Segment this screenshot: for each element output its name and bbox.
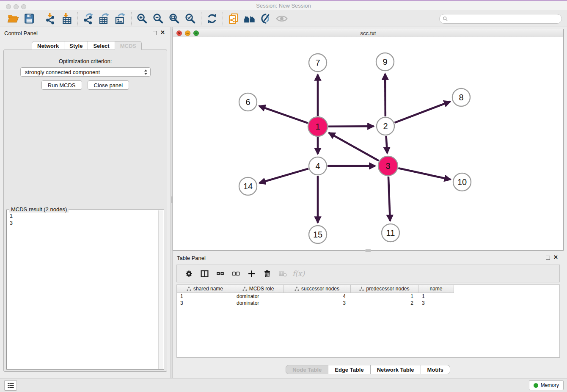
columns-icon[interactable] — [197, 266, 212, 281]
deselect-all-icon[interactable] — [228, 266, 244, 281]
search-icon — [443, 16, 448, 22]
column-header-shared-name[interactable]: shared name — [177, 285, 233, 293]
session-home-icon[interactable] — [242, 11, 258, 26]
graph-node-10[interactable]: 10 — [453, 173, 471, 191]
control-panel-header: Control Panel ✕ — [0, 27, 171, 38]
float-panel-icon[interactable] — [153, 31, 157, 35]
add-icon[interactable] — [244, 266, 259, 281]
close-panel-button[interactable]: Close panel — [88, 80, 129, 90]
graph-node-3[interactable]: 3 — [378, 156, 398, 176]
main-toolbar — [0, 10, 567, 27]
graph-node-8[interactable]: 8 — [452, 88, 470, 106]
table-row[interactable]: 3dominator323 — [177, 300, 559, 306]
import-table-icon[interactable] — [59, 11, 75, 26]
zoom-fit-icon[interactable] — [166, 11, 182, 26]
graph-node-4[interactable]: 4 — [309, 157, 327, 175]
mcds-result-line: 3 — [10, 220, 155, 227]
mcds-result-textarea[interactable]: 13 — [7, 212, 158, 369]
column-header-MCDS-role[interactable]: MCDS role — [233, 285, 284, 293]
node-table[interactable]: shared nameMCDS rolesuccessor nodesprede… — [176, 284, 560, 358]
table-cell: 1 — [418, 293, 454, 300]
graphics-details-icon[interactable] — [258, 11, 274, 26]
graph-node-14[interactable]: 14 — [239, 177, 257, 195]
tab-network[interactable]: Network — [32, 41, 64, 50]
table-cell: dominator — [233, 293, 284, 300]
node-label: 15 — [313, 230, 322, 239]
graph-node-6[interactable]: 6 — [239, 93, 257, 111]
table-row[interactable]: 1dominator411 — [177, 293, 559, 300]
search-input[interactable] — [448, 15, 561, 23]
graph-node-11[interactable]: 11 — [382, 224, 399, 242]
network-graph: 7968124314101511 — [173, 37, 563, 250]
close-panel-icon[interactable]: ✕ — [160, 29, 165, 36]
column-header-label: shared name — [193, 286, 223, 292]
tab-node-table[interactable]: Node Table — [286, 365, 328, 374]
network-canvas[interactable]: 7968124314101511 — [173, 37, 563, 250]
graph-node-1[interactable]: 1 — [308, 117, 328, 136]
table-panel-title: Table Panel — [177, 255, 206, 261]
node-label: 4 — [315, 161, 320, 171]
graph-edge-2-9[interactable] — [385, 74, 385, 116]
result-scrollbar[interactable] — [158, 210, 163, 369]
tab-mcds[interactable]: MCDS — [115, 41, 142, 50]
tab-edge-table[interactable]: Edge Table — [328, 365, 370, 374]
gear-icon[interactable] — [181, 266, 197, 281]
toolbar-separator — [40, 12, 40, 25]
task-history-button[interactable] — [4, 380, 17, 391]
toolbar-icons — [5, 11, 290, 26]
mcds-buttons-row: Run MCDS Close panel — [4, 80, 167, 90]
memory-button[interactable]: Memory — [529, 380, 564, 390]
export-image-icon[interactable] — [113, 11, 129, 26]
graph-node-2[interactable]: 2 — [377, 117, 394, 135]
toolbar-separator — [201, 12, 201, 25]
graph-edge-3-10[interactable] — [398, 168, 450, 179]
graph-node-9[interactable]: 9 — [376, 53, 394, 71]
graph-edge-3-11[interactable] — [388, 177, 390, 221]
column-header-successor-nodes[interactable]: successor nodes — [284, 285, 351, 293]
column-header-label: MCDS role — [249, 286, 274, 292]
graph-edge-3-1[interactable] — [329, 133, 379, 161]
graph-edge-1-2[interactable] — [328, 126, 374, 127]
table-cell: 3 — [177, 300, 233, 306]
import-network-icon[interactable] — [43, 11, 59, 26]
select-all-icon[interactable] — [212, 266, 228, 281]
table-tabs: Node TableEdge TableNetwork TableMotifs — [173, 365, 564, 374]
tab-select[interactable]: Select — [88, 41, 115, 50]
float-panel-icon[interactable] — [546, 256, 550, 260]
export-network-icon[interactable] — [80, 11, 96, 26]
zoom-in-icon[interactable] — [134, 11, 150, 26]
graph-edge-2-8[interactable] — [395, 102, 450, 123]
open-folder-icon[interactable] — [5, 11, 21, 26]
delete-icon[interactable] — [259, 266, 275, 281]
network-window-titlebar: ✕ ─ + scc.txt — [173, 29, 563, 37]
column-header-label: successor nodes — [301, 286, 339, 292]
table-toolbar: f(x) — [176, 265, 560, 282]
toolbar-separator — [223, 12, 223, 25]
table-cell: 3 — [284, 300, 351, 306]
optimization-criterion-dropdown[interactable]: strongly connected component — [20, 67, 151, 77]
table-cell: 3 — [418, 300, 454, 306]
mcds-tab-content: Optimization criterion: strongly connect… — [3, 50, 167, 372]
close-panel-icon[interactable]: ✕ — [553, 254, 558, 261]
zoom-out-icon[interactable] — [150, 11, 166, 26]
application-window: Session: New Session Control Panel ✕ Net… — [0, 0, 567, 392]
tab-style[interactable]: Style — [64, 41, 88, 50]
graph-edge-1-6[interactable] — [259, 106, 308, 123]
control-panel: Control Panel ✕ NetworkStyleSelectMCDS O… — [0, 27, 171, 378]
column-header-predecessor-nodes[interactable]: predecessor nodes — [351, 285, 418, 293]
save-session-icon[interactable] — [21, 11, 37, 26]
graph-node-7[interactable]: 7 — [309, 54, 327, 72]
apply-layout-icon[interactable] — [204, 11, 220, 26]
column-header-name[interactable]: name — [418, 285, 454, 293]
list-icon — [7, 381, 15, 389]
graph-node-15[interactable]: 15 — [309, 226, 327, 243]
zoom-selected-icon[interactable] — [182, 11, 198, 26]
clone-network-icon[interactable] — [226, 11, 242, 26]
tab-motifs[interactable]: Motifs — [421, 365, 450, 374]
graph-edge-2-3[interactable] — [386, 136, 388, 153]
export-table-icon[interactable] — [96, 11, 113, 26]
graph-edge-4-14[interactable] — [259, 168, 308, 183]
optimization-criterion-label: Optimization criterion: — [4, 58, 167, 64]
tab-network-table[interactable]: Network Table — [370, 365, 421, 374]
run-mcds-button[interactable]: Run MCDS — [41, 80, 82, 90]
